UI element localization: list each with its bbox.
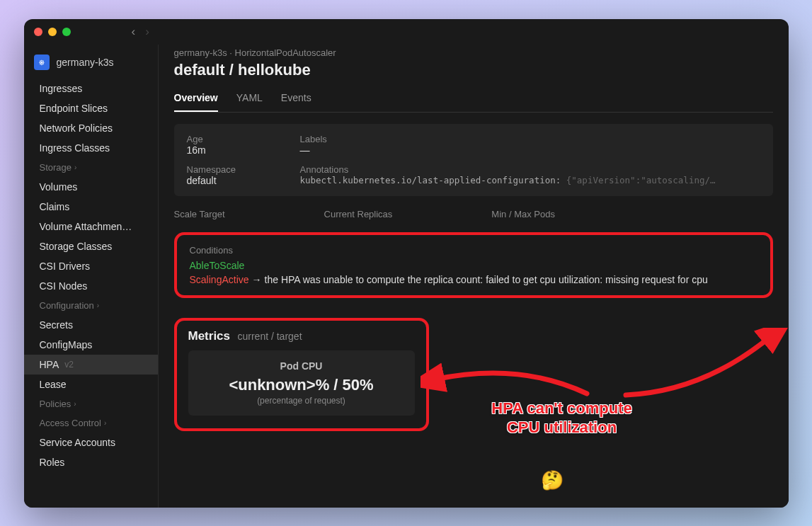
labels-value: — [300, 144, 760, 156]
metric-note: (percentage of request) [198, 396, 405, 406]
namespace-value: default [187, 175, 300, 186]
minimize-window-button[interactable] [48, 28, 57, 36]
sidebar: ⎈ germany-k3s Ingresses Endpoint Slices … [24, 45, 159, 508]
annotation-text: HPA can't compute CPU utilization [463, 399, 661, 438]
current-replicas-label: Current Replicas [324, 209, 393, 219]
summary-columns: Scale Target Current Replicas Min / Max … [174, 209, 773, 219]
sidebar-item-endpoint-slices[interactable]: Endpoint Slices [24, 98, 158, 118]
annotations-label: Annotations [300, 164, 760, 175]
sidebar-item-storage-classes[interactable]: Storage Classes [24, 236, 158, 256]
tab-events[interactable]: Events [281, 92, 311, 112]
sidebar-item-volumes[interactable]: Volumes [24, 177, 158, 197]
page-title: default / hellokube [174, 61, 773, 79]
chevron-right-icon: › [104, 419, 106, 427]
sidebar-item-secrets[interactable]: Secrets [24, 315, 158, 335]
chevron-right-icon: › [74, 164, 76, 171]
sidebar-group-access-control[interactable]: Access Control› [24, 413, 158, 433]
metrics-title: Metrics [188, 329, 231, 343]
chevron-right-icon: › [74, 400, 76, 408]
age-value: 16m [187, 144, 300, 156]
annotation-arrow-right [612, 328, 789, 406]
sidebar-item-hpa[interactable]: HPAv2 [24, 355, 158, 375]
labels-label: Labels [300, 134, 760, 144]
metric-value: <unknown>% / 50% [198, 376, 405, 394]
close-window-button[interactable] [34, 28, 42, 36]
sidebar-item-claims[interactable]: Claims [24, 197, 158, 217]
info-card: Age 16m Labels — Namespace default Annot… [174, 124, 773, 196]
sidebar-item-ingresses[interactable]: Ingresses [24, 79, 158, 98]
tabs: Overview YAML Events [174, 92, 773, 113]
sidebar-item-csi-drivers[interactable]: CSI Drivers [24, 256, 158, 276]
sidebar-group-configuration[interactable]: Configuration› [24, 296, 158, 315]
maximize-window-button[interactable] [62, 28, 71, 36]
app-window: ‹ › ⎈ germany-k3s Ingresses Endpoint Sli… [24, 19, 789, 508]
thinking-face-emoji: 🤔 [541, 469, 564, 491]
sidebar-item-ingress-classes[interactable]: Ingress Classes [24, 138, 158, 158]
sidebar-item-volume-attachments[interactable]: Volume Attachmen… [24, 217, 158, 236]
nav-forward-button[interactable]: › [145, 25, 149, 39]
sidebar-group-policies[interactable]: Policies› [24, 394, 158, 413]
metrics-panel: Metrics current / target Pod CPU <unknow… [174, 318, 429, 431]
tab-overview[interactable]: Overview [174, 92, 218, 112]
nav-back-button[interactable]: ‹ [132, 25, 136, 39]
sidebar-item-lease[interactable]: Lease [24, 375, 158, 394]
sidebar-group-storage[interactable]: Storage› [24, 158, 158, 177]
titlebar: ‹ › [24, 19, 789, 45]
sidebar-item-configmaps[interactable]: ConfigMaps [24, 335, 158, 355]
tab-yaml[interactable]: YAML [236, 92, 263, 112]
sidebar-item-network-policies[interactable]: Network Policies [24, 118, 158, 138]
annotation-arrow-left [421, 355, 597, 411]
metrics-subtitle: current / target [237, 331, 302, 342]
cluster-header[interactable]: ⎈ germany-k3s [24, 49, 158, 79]
conditions-panel: Conditions AbleToScale ScalingActive → t… [174, 232, 773, 298]
sidebar-item-service-accounts[interactable]: Service Accounts [24, 433, 158, 452]
main-content: germany-k3s · HorizontalPodAutoscaler de… [159, 45, 789, 508]
sidebar-item-roles[interactable]: Roles [24, 452, 158, 472]
conditions-label: Conditions [190, 245, 757, 256]
namespace-label: Namespace [187, 164, 300, 175]
condition-abletoscale: AbleToScale [190, 260, 757, 271]
scale-target-label: Scale Target [174, 209, 225, 219]
sidebar-item-csi-nodes[interactable]: CSI Nodes [24, 276, 158, 296]
metric-card-pod-cpu: Pod CPU <unknown>% / 50% (percentage of … [188, 350, 415, 416]
annotations-value: kubectl.kubernetes.io/last-applied-confi… [300, 175, 760, 185]
chevron-right-icon: › [97, 302, 99, 309]
breadcrumb: germany-k3s · HorizontalPodAutoscaler [174, 45, 773, 58]
min-max-pods-label: Min / Max Pods [491, 209, 555, 219]
condition-scalingactive: ScalingActive → the HPA was unable to co… [190, 274, 757, 285]
cluster-name: germany-k3s [57, 57, 114, 68]
metric-name: Pod CPU [198, 360, 405, 372]
kubernetes-icon: ⎈ [34, 55, 50, 70]
age-label: Age [187, 134, 300, 144]
